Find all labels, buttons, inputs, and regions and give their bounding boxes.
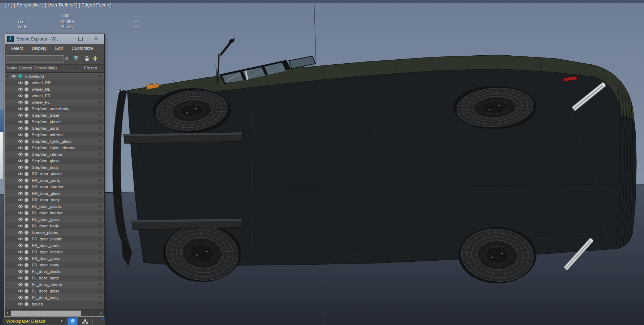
minimize-button[interactable]: — <box>54 35 62 42</box>
eye-icon[interactable] <box>18 283 24 286</box>
eye-icon[interactable] <box>18 153 24 156</box>
frozen-toggle-icon[interactable]: ❄ <box>95 152 104 157</box>
frozen-toggle-icon[interactable]: ❄ <box>95 243 104 248</box>
eye-icon[interactable] <box>18 296 24 299</box>
tree-item-FL_door_plastic[interactable]: FL_door_plastic ❄ <box>5 268 104 275</box>
eye-icon[interactable] <box>18 263 24 267</box>
frozen-toggle-icon[interactable]: ❄ <box>95 87 104 92</box>
menu-display[interactable]: Display <box>32 46 47 51</box>
tree-item-FR_door_parts[interactable]: FR_door_parts ❄ <box>5 242 104 249</box>
frozen-toggle-icon[interactable]: ❄ <box>95 100 104 105</box>
frozen-toggle-icon[interactable]: ❄ <box>95 204 104 209</box>
eye-icon[interactable] <box>18 205 24 208</box>
eye-icon[interactable] <box>18 87 24 91</box>
eye-icon[interactable] <box>18 120 24 124</box>
frozen-toggle-icon[interactable]: ❄ <box>95 210 104 215</box>
eye-icon[interactable] <box>18 185 24 189</box>
frozen-toggle-icon[interactable]: ❄ <box>95 275 104 281</box>
frozen-toggle-icon[interactable]: ❄ <box>95 74 104 79</box>
scroll-left-icon[interactable]: ‹ <box>5 309 10 316</box>
tree-item-StepVan_ticket[interactable]: StepVan_ticket ❄ <box>5 112 104 119</box>
frozen-column-header[interactable]: Frozen <box>82 66 97 71</box>
frozen-toggle-icon[interactable]: ❄ <box>95 282 104 287</box>
hierarchy-view-button[interactable] <box>80 317 90 325</box>
eye-icon[interactable] <box>18 94 24 98</box>
tree-item-StepVan_lights_chrome[interactable]: StepVan_lights_chrome ❄ <box>5 145 104 151</box>
eye-icon[interactable] <box>18 218 24 221</box>
tree-item-StepVan_lights_glass[interactable]: StepVan_lights_glass ❄ <box>5 138 104 145</box>
frozen-toggle-icon[interactable]: ❄ <box>95 119 104 124</box>
frozen-toggle-icon[interactable]: ❄ <box>95 178 104 183</box>
scroll-right-icon[interactable]: › <box>98 309 104 316</box>
eye-icon[interactable] <box>18 211 24 215</box>
tree-item-StepVan_underbody[interactable]: StepVan_underbody ❄ <box>5 106 104 112</box>
frozen-toggle-icon[interactable]: ❄ <box>95 256 104 261</box>
tree-item-FR_door_plastic[interactable]: FR_door_plastic ❄ <box>5 236 104 242</box>
tree-item-FR_door_glass[interactable]: FR_door_glass ❄ <box>5 255 104 262</box>
eye-icon[interactable] <box>18 127 24 130</box>
clear-search-icon[interactable]: × <box>63 55 70 62</box>
eye-icon[interactable] <box>18 133 24 137</box>
frozen-toggle-icon[interactable]: ❄ <box>95 269 104 274</box>
tree-item-FL_door_glass[interactable]: FL_door_glass ❄ <box>5 288 104 294</box>
frozen-toggle-icon[interactable]: ❄ <box>95 223 104 228</box>
frozen-toggle-icon[interactable]: ❄ <box>95 249 104 255</box>
lock-icon[interactable] <box>83 55 91 62</box>
menu-select[interactable]: Select <box>10 46 23 51</box>
eye-icon[interactable] <box>11 74 18 78</box>
eye-icon[interactable] <box>18 270 24 273</box>
eye-icon[interactable] <box>18 224 24 228</box>
eye-icon[interactable] <box>18 81 24 85</box>
frozen-toggle-icon[interactable]: ❄ <box>95 106 104 111</box>
frozen-toggle-icon[interactable]: ❄ <box>95 262 104 268</box>
frozen-toggle-icon[interactable]: ❄ <box>95 113 104 118</box>
frozen-toggle-icon[interactable]: ❄ <box>95 126 104 131</box>
tree-item-FL_door_parts[interactable]: FL_door_parts ❄ <box>5 275 104 281</box>
tree-item-wheel_RR[interactable]: wheel_RR ❄ <box>5 80 104 86</box>
layer-explorer-button[interactable] <box>68 317 78 325</box>
frozen-toggle-icon[interactable]: ❄ <box>95 158 104 163</box>
eye-icon[interactable] <box>18 146 24 150</box>
search-input[interactable] <box>6 55 64 63</box>
frozen-toggle-icon[interactable]: ❄ <box>95 132 104 137</box>
frozen-toggle-icon[interactable]: ❄ <box>95 165 104 170</box>
tree-item-RL_door_plastic[interactable]: RL_door_plastic ❄ <box>5 203 104 210</box>
scrollbar-thumb[interactable] <box>11 311 81 316</box>
eye-icon[interactable] <box>18 276 24 280</box>
tree-item-FL_door_body[interactable]: FL_door_body ❄ <box>5 294 104 301</box>
tree-item-RR_door_body[interactable]: RR_door_body ❄ <box>5 197 104 203</box>
eye-icon[interactable] <box>18 257 24 260</box>
frozen-toggle-icon[interactable]: ❄ <box>95 145 104 150</box>
frozen-toggle-icon[interactable]: ❄ <box>95 295 104 300</box>
tree-item-wheel_FR[interactable]: wheel_FR ❄ <box>5 93 104 99</box>
frozen-toggle-icon[interactable]: ❄ <box>95 302 104 307</box>
frozen-toggle-icon[interactable]: ❄ <box>95 171 104 176</box>
tree-item-boxes[interactable]: boxes ❄ <box>5 301 104 307</box>
eye-icon[interactable] <box>18 192 24 195</box>
tree-item-StepVan_parts[interactable]: StepVan_parts ❄ <box>5 125 104 132</box>
horizontal-scrollbar[interactable]: ‹ › <box>5 309 104 316</box>
eye-icon[interactable] <box>18 107 24 111</box>
tree-item-StepVan_plastic[interactable]: StepVan_plastic ❄ <box>5 119 104 125</box>
tree-item-RR_door_plastic[interactable]: RR_door_plastic ❄ <box>5 171 104 177</box>
maximize-button[interactable] <box>77 35 84 42</box>
frozen-toggle-icon[interactable]: ❄ <box>95 230 104 235</box>
eye-icon[interactable] <box>18 140 24 143</box>
menu-edit[interactable]: Edit <box>55 46 63 51</box>
tree-item-RL_door_interior[interactable]: RL_door_interior ❄ <box>5 210 104 216</box>
tree-item-StepVan_glass[interactable]: StepVan_glass ❄ <box>5 158 104 164</box>
frozen-toggle-icon[interactable]: ❄ <box>95 191 104 196</box>
eye-icon[interactable] <box>18 231 24 234</box>
workspace-dropdown[interactable]: Workspace: Default ▼ <box>4 318 65 325</box>
eye-icon[interactable] <box>18 237 24 241</box>
tree-item-wheel_RL[interactable]: wheel_RL ❄ <box>5 86 104 93</box>
frozen-toggle-icon[interactable]: ❄ <box>95 80 104 85</box>
tree-item-licence_plates[interactable]: licence_plates ❄ <box>5 229 104 236</box>
tree-item-RL_door_body[interactable]: RL_door_body ❄ <box>5 223 104 229</box>
close-button[interactable]: ✕ <box>92 35 100 42</box>
eye-icon[interactable] <box>18 172 24 176</box>
frozen-toggle-icon[interactable]: ❄ <box>95 184 104 189</box>
tree-item-StepVan_body[interactable]: StepVan_body ❄ <box>5 164 104 171</box>
frozen-toggle-icon[interactable]: ❄ <box>95 236 104 241</box>
eye-icon[interactable] <box>18 101 24 104</box>
